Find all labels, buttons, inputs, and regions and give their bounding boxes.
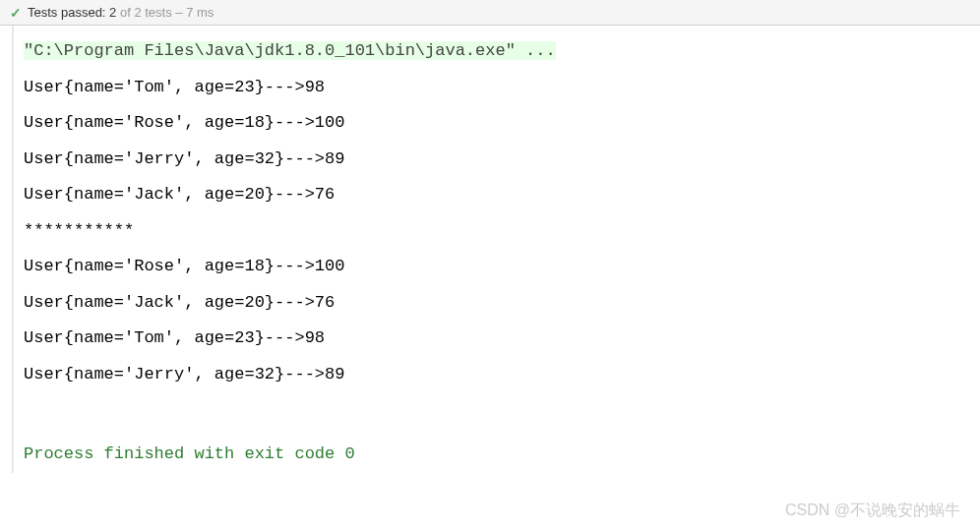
output-line: User{name='Tom', age=23}--->98 xyxy=(24,321,980,357)
output-line: User{name='Jerry', age=32}--->89 xyxy=(24,357,980,393)
check-icon: ✓ xyxy=(10,5,22,21)
output-line: User{name='Tom', age=23}--->98 xyxy=(24,70,980,106)
output-line: User{name='Rose', age=18}--->100 xyxy=(24,249,980,285)
output-line: User{name='Rose', age=18}--->100 xyxy=(24,105,980,142)
tests-passed-label: Tests passed: 2 of 2 tests – 7 ms xyxy=(28,5,214,20)
output-line: User{name='Jack', age=20}--->76 xyxy=(24,177,980,213)
command-line-wrapper: "C:\Program Files\Java\jdk1.8.0_101\bin\… xyxy=(24,33,980,70)
output-line: User{name='Jerry', age=32}--->89 xyxy=(24,142,980,178)
output-line: User{name='Jack', age=20}--->76 xyxy=(24,285,980,322)
watermark: CSDN @不说晚安的蜗牛 xyxy=(785,501,960,521)
blank-line xyxy=(24,392,980,429)
tests-total: of 2 tests xyxy=(116,5,171,20)
test-status-bar: ✓ Tests passed: 2 of 2 tests – 7 ms xyxy=(0,0,980,26)
java-command: "C:\Program Files\Java\jdk1.8.0_101\bin\… xyxy=(24,41,556,60)
process-exit-line: Process finished with exit code 0 xyxy=(24,437,980,473)
console-output[interactable]: "C:\Program Files\Java\jdk1.8.0_101\bin\… xyxy=(12,26,980,473)
tests-passed-prefix: Tests passed: xyxy=(28,5,109,20)
tests-duration: – 7 ms xyxy=(172,5,214,20)
output-line: *********** xyxy=(24,213,980,250)
